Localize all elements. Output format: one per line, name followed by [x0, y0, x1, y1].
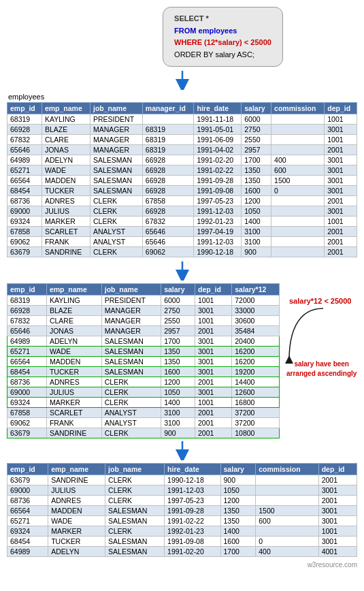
sql-line3: WHERE (12*salary) < 25000	[174, 38, 271, 46]
table-row: 63679SANDRINECLERK900200110800	[7, 428, 280, 438]
table-row: 67858SCARLETANALYST3100200137200	[7, 408, 280, 418]
table-row: 65271WADESALESMAN669281991-02-2213506003…	[7, 165, 357, 176]
footer: w3resource.com	[7, 561, 357, 569]
table-row: 69000JULIUSCLERK1050300112600	[7, 387, 280, 398]
sql-line4: ORDER BY salary ASC;	[174, 50, 254, 59]
table1-header: dep_id	[325, 103, 357, 114]
table1-label: employees	[8, 93, 357, 101]
annotation-arrow-area	[282, 305, 357, 360]
table-row: 63679SANDRINECLERK690621990-12-189002001	[7, 247, 357, 257]
table-row: 67832CLAREMANAGER2550100130600	[7, 316, 280, 326]
table3-header: salary	[220, 464, 256, 475]
table1: emp_idemp_namejob_namemanager_idhire_dat…	[7, 102, 357, 257]
table3-header: commission	[256, 464, 318, 475]
table3-section: emp_idemp_namejob_namehire_datesalarycom…	[7, 463, 357, 557]
table1-header: hire_date	[194, 103, 242, 114]
table2-header: job_name	[101, 284, 161, 296]
table-row: 64989ADELYNSALESMAN669281991-02-20170040…	[7, 155, 357, 165]
table3-header: emp_id	[7, 464, 48, 475]
table2-section: emp_idemp_namejob_namesalarydep_idsalary…	[7, 283, 357, 438]
table-row: 68454TUCKERSALESMAN1991-09-08160003001	[7, 537, 357, 547]
table-row: 68454TUCKERSALESMAN669281991-09-08160003…	[7, 186, 357, 196]
table2-header: salary*12	[232, 284, 280, 296]
table2-header: salary	[161, 284, 195, 296]
table1-header: commission	[271, 103, 325, 114]
table-row: 65271WADESALESMAN1991-02-2213506003001	[7, 516, 357, 526]
table2-annotation: salary*12 < 25000 salary have beenarrang…	[282, 283, 357, 379]
table-row: 69000JULIUSCLERK669281991-12-0310503001	[7, 206, 357, 217]
table2-header: emp_id	[7, 284, 47, 296]
table-row: 68319KAYLINGPRESIDENT6000100172000	[7, 296, 280, 306]
table1-header: salary	[242, 103, 271, 114]
table-row: 64989ADELYNSALESMAN1700300120400	[7, 336, 280, 347]
table2-header: dep_id	[195, 284, 231, 296]
table-row: 63679SANDRINECLERK1990-12-189002001	[7, 475, 357, 485]
table-row: 66928BLAZEMANAGER2750300133000	[7, 306, 280, 316]
arrow-1	[7, 69, 357, 91]
table-row: 65646JONASMANAGER683191991-04-0229572001	[7, 145, 357, 155]
table-row: 66564MADDENSALESMAN1350300116200	[7, 357, 280, 367]
table-row: 64989ADELYNSALESMAN1991-02-2017004004001	[7, 547, 357, 557]
sql-line1: SELECT *	[174, 14, 209, 22]
table-row: 65646JONASMANAGER2957200135484	[7, 326, 280, 336]
table-row: 69324MARKERCLERK1400100116800	[7, 398, 280, 408]
table-row: 67858SCARLETANALYST656461997-04-19310020…	[7, 227, 357, 237]
table-row: 66564MADDENSALESMAN1991-09-2813501500300…	[7, 506, 357, 516]
table3-header: emp_name	[48, 464, 105, 475]
arrow-3	[7, 440, 357, 462]
table1-section: employees emp_idemp_namejob_namemanager_…	[7, 93, 357, 257]
table3-header: hire_date	[165, 464, 220, 475]
table-row: 66564MADDENSALESMAN669281991-09-28135015…	[7, 176, 357, 186]
table-row: 68454TUCKERSALESMAN1600300119200	[7, 367, 280, 377]
table-row: 66928BLAZEMANAGER683191991-05-0127503001	[7, 125, 357, 135]
table-row: 69062FRANKANALYST3100200137200	[7, 418, 280, 428]
table2-header: emp_name	[46, 284, 101, 296]
table-row: 65271WADESALESMAN1350300116200	[7, 347, 280, 357]
table2: emp_idemp_namejob_namesalarydep_idsalary…	[7, 283, 280, 438]
table-row: 69324MARKERCLERK678321992-01-2314001001	[7, 217, 357, 227]
table1-header: job_name	[90, 103, 142, 114]
table3-header: job_name	[105, 464, 165, 475]
table-row: 67832CLAREMANAGER683191991-06-0925501001	[7, 135, 357, 145]
sql-line2: FROM employees	[174, 27, 237, 35]
table3: emp_idemp_namejob_namehire_datesalarycom…	[7, 463, 357, 557]
table-row: 68736ADNRESCLERK1200200114400	[7, 377, 280, 387]
table-row: 68736ADNRESCLERK678581997-05-2312002001	[7, 196, 357, 206]
table-row: 69062FRANKANALYST656461991-12-0331002001	[7, 237, 357, 247]
table3-header: dep_id	[318, 464, 357, 475]
table-row: 69000JULIUSCLERK1991-12-0310503001	[7, 485, 357, 496]
table-row: 69324MARKERCLERK1992-01-2314001001	[7, 526, 357, 537]
table-row: 68319KAYLINGPRESIDENT1991-11-1860001001	[7, 114, 357, 125]
table1-header: emp_id	[7, 103, 42, 114]
table-row: 68736ADNRESCLERK1997-05-2312002001	[7, 496, 357, 506]
sql-box: SELECT * FROM employees WHERE (12*salary…	[163, 7, 283, 67]
table1-header: emp_name	[42, 103, 90, 114]
table1-header: manager_id	[142, 103, 194, 114]
annotation-label: salary*12 < 25000	[289, 297, 351, 305]
arrow-2	[7, 260, 357, 282]
